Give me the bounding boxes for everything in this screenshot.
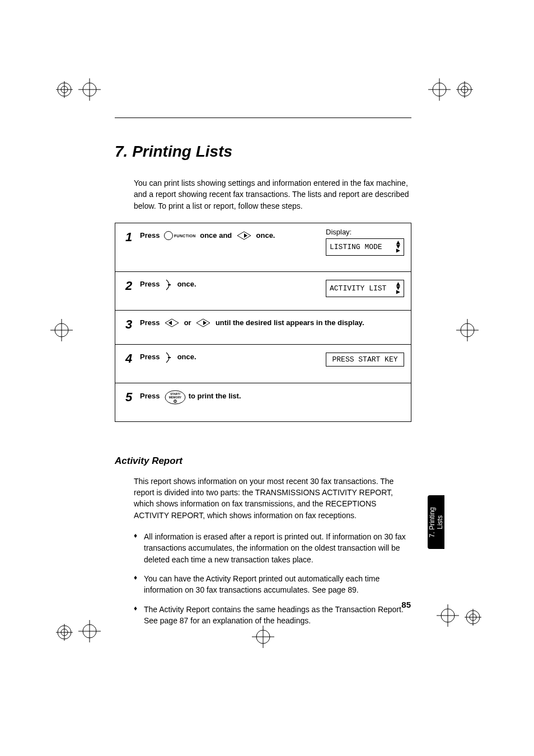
crosshair-icon: [78, 78, 101, 101]
function-button-icon: FUNCTION: [164, 231, 196, 240]
enter-key-icon: [164, 351, 173, 363]
page-number: 85: [401, 600, 411, 609]
list-item: All information is erased after a report…: [134, 531, 411, 565]
lcd-display: LISTING MODE: [326, 238, 404, 256]
step-text: until the desired list appears in the di…: [213, 317, 364, 329]
step-row: 1 Press FUNCTION once and once. Display:: [115, 223, 411, 272]
step-text: Press: [140, 351, 162, 363]
thumb-tab: 7. PrintingLists: [428, 495, 444, 549]
display-label: Display:: [326, 228, 404, 236]
intro-paragraph: You can print lists showing settings and…: [134, 177, 411, 212]
start-memory-button-icon: START/ MEMORY: [164, 390, 184, 403]
svg-rect-39: [168, 284, 171, 285]
reg-mark-icon: [56, 81, 73, 98]
section-title: Activity Report: [115, 456, 411, 467]
lcd-display: ACTIVITY LIST: [326, 280, 404, 297]
svg-marker-38: [244, 233, 247, 238]
crosshair-icon: [428, 78, 451, 101]
list-item: You can have the Activity Report printed…: [134, 573, 411, 596]
lcd-text: PRESS START KEY: [332, 355, 397, 364]
lcd-display: PRESS START KEY: [326, 353, 404, 367]
scroll-indicator-icon: [396, 241, 400, 253]
bullet-list: All information is erased after a report…: [134, 531, 411, 626]
divider: [115, 118, 411, 118]
svg-marker-43: [203, 321, 207, 325]
step-row: 3 Press or until the desired list appear…: [115, 311, 411, 345]
step-text: once.: [175, 351, 196, 363]
list-item: The Activity Report contains the same he…: [134, 604, 411, 627]
crosshair-icon: [437, 604, 459, 627]
right-arrow-key-icon: [195, 318, 211, 327]
step-number: 5: [122, 391, 135, 403]
reg-mark-icon: [56, 624, 73, 641]
crosshair-icon: [78, 620, 101, 642]
right-arrow-key-icon: [236, 231, 252, 240]
scroll-indicator-icon: [396, 283, 400, 294]
steps-box: 1 Press FUNCTION once and once. Display:: [115, 223, 411, 422]
step-number: 1: [122, 231, 135, 243]
svg-marker-41: [168, 321, 172, 325]
step-text: once.: [175, 279, 196, 290]
step-text: to print the list.: [186, 391, 241, 402]
step-text: or: [182, 317, 193, 329]
enter-key-icon: [164, 279, 173, 290]
body-paragraph: This report shows information on your mo…: [134, 476, 411, 521]
svg-text:MEMORY: MEMORY: [169, 396, 182, 399]
lcd-text: LISTING MODE: [330, 243, 382, 251]
step-text: once.: [254, 230, 275, 242]
step-text: Press: [140, 279, 162, 290]
chapter-title: 7. Printing Lists: [115, 143, 411, 161]
crosshair-icon: [50, 319, 73, 341]
reg-mark-icon: [465, 609, 481, 626]
step-text: once and: [198, 230, 234, 242]
crosshair-icon: [456, 319, 479, 341]
left-arrow-key-icon: [164, 318, 180, 327]
thumb-tab-label: 7. PrintingLists: [428, 507, 444, 537]
svg-rect-44: [168, 357, 171, 358]
step-text: Press: [140, 391, 162, 402]
step-number: 2: [122, 280, 135, 292]
step-row: 5 Press START/ MEMORY to print the list.: [115, 383, 411, 421]
reg-mark-icon: [456, 81, 473, 98]
lcd-text: ACTIVITY LIST: [330, 284, 386, 293]
step-row: 4 Press once. PRESS START KEY: [115, 345, 411, 383]
step-number: 3: [122, 318, 135, 331]
step-text: Press: [140, 230, 162, 242]
step-text: Press: [140, 317, 162, 329]
step-number: 4: [122, 353, 135, 365]
step-row: 2 Press once. ACTIVITY LIST: [115, 272, 411, 311]
